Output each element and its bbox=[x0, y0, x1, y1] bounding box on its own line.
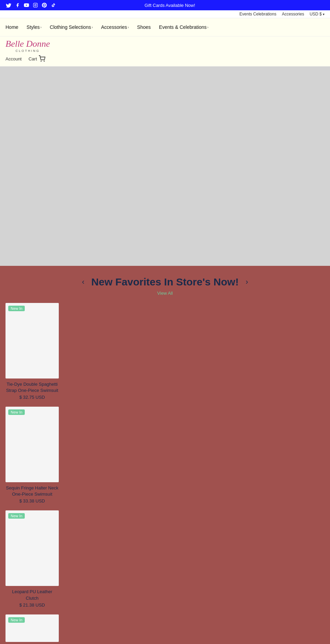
nav-home[interactable]: Home bbox=[6, 18, 18, 36]
cart-icon bbox=[38, 55, 45, 63]
view-all-link[interactable]: View All bbox=[157, 291, 173, 296]
top-bar: Gift Cards Available Now! bbox=[0, 0, 330, 10]
main-nav: Home Styles › Clothing Selections › Acce… bbox=[0, 18, 330, 36]
nav-accessories[interactable]: Accessories › bbox=[101, 18, 129, 36]
new-in-badge: New In bbox=[8, 409, 25, 415]
chevron-down-icon: ▾ bbox=[323, 12, 324, 16]
svg-rect-0 bbox=[33, 3, 37, 7]
product-card[interactable]: New In Leopard PU Leather Clutch $ 21.38… bbox=[6, 510, 59, 607]
pinterest-icon[interactable] bbox=[41, 2, 47, 8]
favorites-header: ‹ New Favorites In Store's Now! › bbox=[6, 276, 324, 288]
secondary-nav: Events Celebrations Accessories USD $ ▾ bbox=[0, 10, 330, 18]
instagram-icon[interactable] bbox=[32, 2, 38, 8]
product-image: New In bbox=[6, 510, 59, 586]
nav-events[interactable]: Events & Celebrations › bbox=[159, 18, 209, 36]
favorites-section: ‹ New Favorites In Store's Now! › View A… bbox=[0, 266, 330, 644]
product-card[interactable]: New In Tie-Dye Double Spaghetti Strap On… bbox=[6, 303, 59, 400]
next-chevron-icon[interactable]: › bbox=[245, 278, 248, 286]
view-all-container: View All bbox=[6, 290, 324, 296]
product-name: Leopard PU Leather Clutch bbox=[6, 589, 59, 601]
product-card[interactable]: New In bbox=[6, 614, 59, 642]
clothing-arrow-icon: › bbox=[92, 25, 93, 29]
product-name: Sequin Fringe Halter Neck One-Piece Swim… bbox=[6, 485, 59, 497]
product-price: $ 33.38 USD bbox=[6, 498, 59, 504]
facebook-icon[interactable] bbox=[14, 2, 21, 8]
tiktok-icon[interactable] bbox=[50, 2, 56, 8]
account-link[interactable]: Account bbox=[6, 56, 22, 61]
twitter-icon[interactable] bbox=[6, 2, 12, 8]
svg-point-1 bbox=[35, 4, 36, 6]
gift-card-announcement: Gift Cards Available Now! bbox=[56, 3, 283, 8]
nav-clothing[interactable]: Clothing Selections › bbox=[50, 18, 93, 36]
nav-styles[interactable]: Styles › bbox=[26, 18, 41, 36]
product-price: $ 32.75 USD bbox=[6, 395, 59, 400]
product-price: $ 21.38 USD bbox=[6, 602, 59, 608]
styles-arrow-icon: › bbox=[40, 25, 41, 29]
youtube-icon[interactable] bbox=[23, 2, 30, 8]
account-cart-row: Account Cart bbox=[0, 54, 330, 67]
prev-chevron-icon[interactable]: ‹ bbox=[82, 278, 84, 286]
currency-selector[interactable]: USD $ ▾ bbox=[310, 12, 324, 16]
logo-row: Belle Donne CLOTHING bbox=[0, 36, 330, 54]
new-in-badge: New In bbox=[8, 513, 25, 519]
logo[interactable]: Belle Donne CLOTHING bbox=[6, 39, 50, 53]
social-icons bbox=[6, 2, 56, 8]
new-in-badge: New In bbox=[8, 617, 25, 623]
hero-image bbox=[0, 67, 330, 266]
svg-point-2 bbox=[36, 4, 37, 4]
product-name: Tie-Dye Double Spaghetti Strap One-Piece… bbox=[6, 381, 59, 394]
secondary-nav-accessories[interactable]: Accessories bbox=[282, 12, 304, 16]
product-card[interactable]: New In Sequin Fringe Halter Neck One-Pie… bbox=[6, 407, 59, 504]
events-arrow-icon: › bbox=[207, 25, 208, 29]
secondary-nav-events[interactable]: Events Celebrations bbox=[240, 12, 276, 16]
nav-shoes[interactable]: Shoes bbox=[137, 18, 151, 36]
product-image: New In bbox=[6, 303, 59, 379]
favorites-title: New Favorites In Store's Now! bbox=[91, 276, 239, 288]
product-image: New In bbox=[6, 614, 59, 642]
product-image: New In bbox=[6, 407, 59, 482]
accessories-arrow-icon: › bbox=[128, 25, 129, 29]
cart-link[interactable]: Cart bbox=[29, 55, 45, 63]
new-in-badge: New In bbox=[8, 306, 25, 311]
